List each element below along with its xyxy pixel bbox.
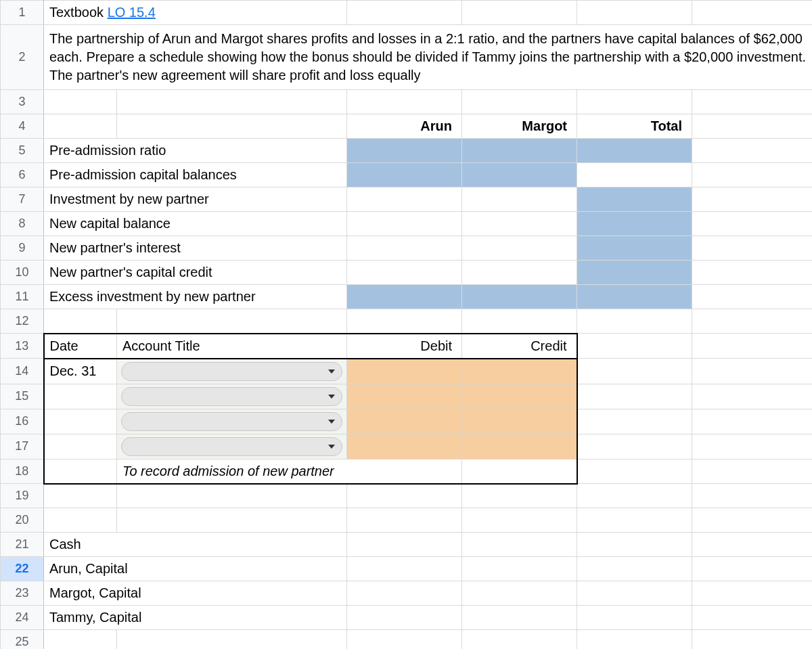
row-header[interactable]: 8	[1, 212, 44, 236]
cell[interactable]	[577, 434, 692, 459]
cell[interactable]	[692, 630, 812, 650]
dropdown[interactable]	[121, 387, 342, 406]
account-dropdown-3[interactable]	[117, 409, 347, 434]
label-pre-admission-ratio[interactable]: Pre-admission ratio	[44, 139, 347, 163]
credit-input-3[interactable]	[462, 409, 577, 434]
cell[interactable]	[462, 212, 577, 236]
cell[interactable]	[347, 484, 462, 508]
cell[interactable]	[462, 261, 577, 285]
cell-textbook[interactable]: Textbook LO 15.4	[44, 1, 347, 25]
cell[interactable]	[117, 90, 347, 114]
cell[interactable]	[44, 409, 117, 434]
cell[interactable]	[44, 384, 117, 409]
credit-input-2[interactable]	[462, 384, 577, 409]
input-margot-capital[interactable]	[462, 163, 577, 187]
label-pre-admission-capital[interactable]: Pre-admission capital balances	[44, 163, 347, 187]
cell[interactable]	[347, 90, 462, 114]
label-new-capital-balance[interactable]: New capital balance	[44, 212, 347, 236]
input-new-capital-total[interactable]	[577, 212, 692, 236]
input-excess-total[interactable]	[577, 285, 692, 309]
cell[interactable]	[692, 139, 812, 163]
cell[interactable]	[577, 1, 692, 25]
account-tammy-capital[interactable]: Tammy, Capital	[44, 606, 347, 630]
header-margot[interactable]: Margot	[462, 114, 577, 139]
cell[interactable]	[692, 359, 812, 384]
cell[interactable]	[462, 459, 577, 484]
cell[interactable]	[577, 557, 692, 581]
account-dropdown-1[interactable]	[117, 359, 347, 384]
cell[interactable]	[462, 557, 577, 581]
credit-input-4[interactable]	[462, 434, 577, 459]
cell[interactable]	[692, 508, 812, 533]
cell[interactable]	[577, 630, 692, 650]
cell[interactable]	[577, 359, 692, 384]
input-margot-ratio[interactable]	[462, 139, 577, 163]
row-header[interactable]: 7	[1, 187, 44, 212]
cell[interactable]	[577, 90, 692, 114]
cell[interactable]	[577, 581, 692, 606]
cell[interactable]	[44, 508, 117, 533]
cell[interactable]	[692, 261, 812, 285]
row-header[interactable]: 21	[1, 533, 44, 557]
cell[interactable]	[577, 459, 692, 484]
account-dropdown-4[interactable]	[117, 434, 347, 459]
input-capital-credit-total[interactable]	[577, 261, 692, 285]
cell[interactable]	[692, 581, 812, 606]
cell[interactable]	[462, 508, 577, 533]
header-arun[interactable]: Arun	[347, 114, 462, 139]
journal-header-account[interactable]: Account Title	[117, 334, 347, 359]
cell[interactable]	[692, 212, 812, 236]
cell[interactable]	[462, 236, 577, 261]
cell[interactable]	[44, 309, 117, 334]
input-excess-arun[interactable]	[347, 285, 462, 309]
row-header[interactable]: 19	[1, 484, 44, 508]
cell[interactable]	[692, 309, 812, 334]
cell[interactable]	[692, 459, 812, 484]
cell[interactable]	[577, 384, 692, 409]
cell[interactable]	[462, 187, 577, 212]
cell[interactable]	[117, 309, 347, 334]
cell[interactable]	[347, 212, 462, 236]
label-excess-investment[interactable]: Excess investment by new partner	[44, 285, 347, 309]
debit-input-3[interactable]	[347, 409, 462, 434]
dropdown[interactable]	[121, 362, 342, 381]
input-total-ratio[interactable]	[577, 139, 692, 163]
cell[interactable]	[347, 606, 462, 630]
cell[interactable]	[692, 533, 812, 557]
cell[interactable]	[462, 1, 577, 25]
row-header[interactable]: 5	[1, 139, 44, 163]
row-header[interactable]: 6	[1, 163, 44, 187]
row-header[interactable]: 15	[1, 384, 44, 409]
row-header[interactable]: 18	[1, 459, 44, 484]
journal-date[interactable]: Dec. 31	[44, 359, 117, 384]
input-arun-capital[interactable]	[347, 163, 462, 187]
row-header[interactable]: 20	[1, 508, 44, 533]
row-header[interactable]: 16	[1, 409, 44, 434]
cell[interactable]	[692, 114, 812, 139]
input-arun-ratio[interactable]	[347, 139, 462, 163]
row-header[interactable]: 17	[1, 434, 44, 459]
cell[interactable]	[692, 409, 812, 434]
row-header[interactable]: 12	[1, 309, 44, 334]
cell[interactable]	[347, 630, 462, 650]
cell[interactable]	[462, 606, 577, 630]
cell[interactable]	[462, 484, 577, 508]
dropdown[interactable]	[121, 412, 342, 431]
debit-input-2[interactable]	[347, 384, 462, 409]
cell[interactable]	[577, 484, 692, 508]
cell[interactable]	[577, 309, 692, 334]
cell[interactable]	[117, 114, 347, 139]
journal-header-date[interactable]: Date	[44, 334, 117, 359]
row-header[interactable]: 2	[1, 25, 44, 90]
cell[interactable]	[44, 630, 117, 650]
cell[interactable]	[117, 630, 347, 650]
label-new-partner-interest[interactable]: New partner's interest	[44, 236, 347, 261]
cell[interactable]	[347, 581, 462, 606]
cell[interactable]	[347, 236, 462, 261]
debit-input-1[interactable]	[347, 359, 462, 384]
row-header[interactable]: 11	[1, 285, 44, 309]
cell[interactable]	[692, 1, 812, 25]
label-new-partner-capital-credit[interactable]: New partner's capital credit	[44, 261, 347, 285]
cell[interactable]	[692, 557, 812, 581]
problem-text[interactable]: The partnership of Arun and Margot share…	[44, 25, 813, 90]
